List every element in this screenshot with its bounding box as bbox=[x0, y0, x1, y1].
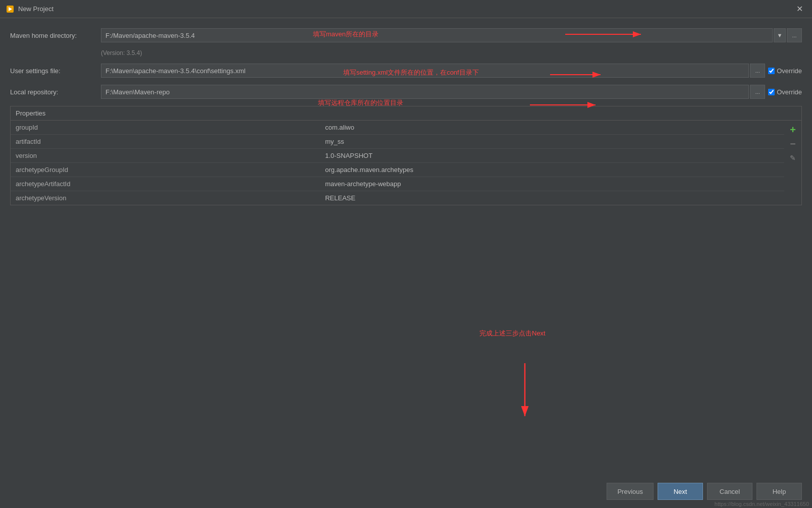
maven-home-row: Maven home directory: ▼ ... bbox=[10, 28, 802, 42]
property-key: artifactId bbox=[11, 135, 320, 149]
table-row: artifactId my_ss bbox=[11, 135, 784, 149]
table-row: archetypeGroupId org.apache.maven.archet… bbox=[11, 163, 784, 177]
user-settings-override-label: Override bbox=[777, 67, 802, 75]
property-key: version bbox=[11, 149, 320, 163]
user-settings-override-wrap: Override bbox=[768, 67, 802, 75]
user-settings-input[interactable] bbox=[101, 64, 749, 78]
maven-home-dropdown-button[interactable]: ▼ bbox=[774, 28, 786, 42]
cancel-button[interactable]: Cancel bbox=[707, 483, 752, 500]
dialog-title: New Project bbox=[18, 5, 793, 13]
version-text: (Version: 3.5.4) bbox=[101, 49, 802, 57]
local-repo-input[interactable] bbox=[101, 85, 749, 99]
local-repo-browse-button[interactable]: ... bbox=[750, 85, 765, 99]
properties-header: Properties bbox=[11, 106, 801, 121]
table-row: archetypeVersion RELEASE bbox=[11, 191, 784, 205]
local-repo-row: Local repository: ... Override bbox=[10, 85, 802, 99]
properties-table-wrap: groupId com.aliwo artifactId my_ss versi… bbox=[11, 121, 784, 205]
user-settings-override-checkbox[interactable] bbox=[768, 68, 775, 74]
properties-section: Properties groupId com.aliwo artifactId … bbox=[10, 106, 802, 205]
edit-property-button[interactable]: ✎ bbox=[787, 152, 799, 164]
maven-home-label: Maven home directory: bbox=[10, 32, 101, 39]
next-button[interactable]: Next bbox=[658, 483, 703, 500]
table-row: archetypeArtifactId maven-archetype-weba… bbox=[11, 177, 784, 191]
property-value: org.apache.maven.archetypes bbox=[320, 163, 784, 177]
maven-home-browse-button[interactable]: ... bbox=[787, 28, 802, 42]
maven-home-input[interactable] bbox=[101, 28, 773, 42]
remove-property-button[interactable]: − bbox=[787, 138, 799, 150]
add-property-button[interactable]: + bbox=[787, 124, 799, 136]
button-row: Previous Next Cancel Help bbox=[0, 475, 812, 508]
property-value: my_ss bbox=[320, 135, 784, 149]
user-settings-browse-button[interactable]: ... bbox=[750, 64, 765, 78]
local-repo-override-wrap: Override bbox=[768, 88, 802, 96]
local-repo-override-checkbox[interactable] bbox=[768, 89, 775, 95]
app-icon bbox=[6, 5, 14, 13]
title-bar: New Project ✕ bbox=[0, 0, 812, 18]
property-key: archetypeArtifactId bbox=[11, 177, 320, 191]
close-button[interactable]: ✕ bbox=[793, 3, 806, 15]
table-row: groupId com.aliwo bbox=[11, 121, 784, 135]
property-value: com.aliwo bbox=[320, 121, 784, 135]
url-bar: https://blog.csdn.net/weixin_43311650 bbox=[712, 500, 812, 508]
maven-home-input-wrap bbox=[101, 28, 773, 42]
user-settings-row: User settings file: ... Override bbox=[10, 64, 802, 78]
local-repo-override-label: Override bbox=[777, 88, 802, 96]
property-value: 1.0-SNAPSHOT bbox=[320, 149, 784, 163]
local-repo-label: Local repository: bbox=[10, 88, 101, 96]
svg-text:完成上述三步点击Next: 完成上述三步点击Next bbox=[479, 329, 546, 337]
previous-button[interactable]: Previous bbox=[607, 483, 654, 500]
property-key: archetypeGroupId bbox=[11, 163, 320, 177]
help-button[interactable]: Help bbox=[756, 483, 802, 500]
properties-table: groupId com.aliwo artifactId my_ss versi… bbox=[11, 121, 784, 205]
table-row: version 1.0-SNAPSHOT bbox=[11, 149, 784, 163]
dialog-content: Maven home directory: ▼ ... (Version: 3.… bbox=[0, 18, 812, 205]
local-repo-input-wrap bbox=[101, 85, 749, 99]
property-value: RELEASE bbox=[320, 191, 784, 205]
property-value: maven-archetype-webapp bbox=[320, 177, 784, 191]
property-key: archetypeVersion bbox=[11, 191, 320, 205]
properties-wrap: groupId com.aliwo artifactId my_ss versi… bbox=[11, 121, 801, 205]
user-settings-label: User settings file: bbox=[10, 67, 101, 75]
property-key: groupId bbox=[11, 121, 320, 135]
user-settings-input-wrap bbox=[101, 64, 749, 78]
properties-sidebar: + − ✎ bbox=[784, 121, 801, 205]
